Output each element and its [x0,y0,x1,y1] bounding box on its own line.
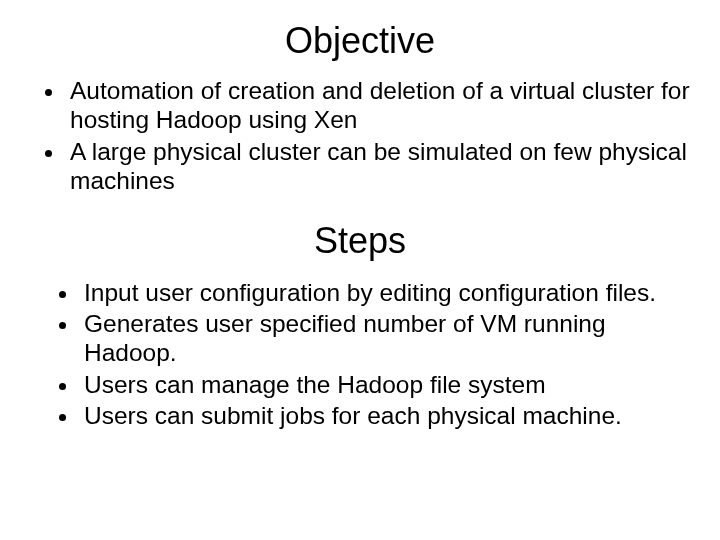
objective-heading: Objective [30,20,690,62]
list-item: Input user configuration by editing conf… [80,278,690,307]
steps-heading: Steps [30,220,690,262]
list-item: Generates user specified number of VM ru… [80,309,690,368]
list-item: Users can submit jobs for each physical … [80,401,690,430]
list-item: Users can manage the Hadoop file system [80,370,690,399]
steps-list: Input user configuration by editing conf… [30,278,690,431]
list-item: Automation of creation and deletion of a… [66,76,690,135]
objective-list: Automation of creation and deletion of a… [30,76,690,196]
slide: Objective Automation of creation and del… [0,0,720,540]
list-item: A large physical cluster can be simulate… [66,137,690,196]
